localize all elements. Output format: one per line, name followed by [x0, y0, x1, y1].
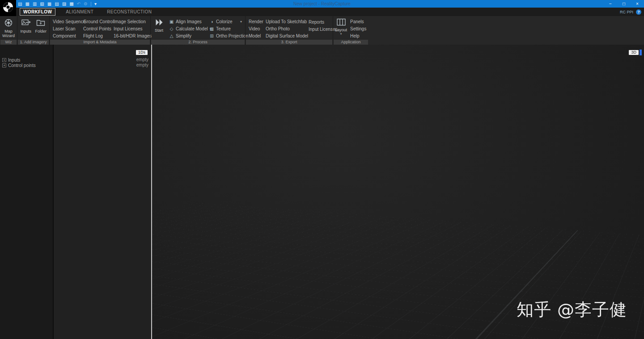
flight-log-button[interactable]: Flight Log [81, 32, 111, 39]
align-images-button[interactable]: ▣ Align Images [166, 18, 207, 25]
layout-icon [337, 18, 346, 27]
empty-row: empty [136, 63, 148, 68]
simplify-label: Simplify [176, 33, 191, 38]
component-button[interactable]: Component [51, 32, 81, 39]
viewport-3d[interactable]: 3D 知乎 @李子健 [152, 45, 644, 339]
ortho-projection-icon: ⊞ [209, 33, 215, 38]
component-label: Component [53, 33, 76, 38]
hdr-images-button[interactable]: 16-bit/HDR Images [111, 32, 150, 39]
folder-icon [36, 18, 46, 28]
upload-to-sketchfab-button[interactable]: Upload To Sketchfab [263, 18, 306, 25]
group-caption-application: Application [334, 40, 368, 45]
close-button[interactable]: × [631, 0, 644, 8]
window-title: New project - RealityCapture [134, 0, 510, 8]
reports-button[interactable]: Reports [306, 18, 332, 25]
layout-preset-1-icon[interactable]: ▤ [18, 0, 22, 8]
video-button[interactable]: Video [246, 25, 263, 33]
video-sequence-button[interactable]: Video Sequence [51, 18, 81, 25]
laser-scan-button[interactable]: Laser Scan [51, 25, 81, 33]
colorize-button[interactable]: ◑ Colorize ▾ [207, 18, 244, 25]
simplify-button[interactable]: △ Simplify [166, 32, 207, 39]
expand-icon[interactable]: + [2, 58, 6, 62]
gear-icon[interactable]: ⚙ [84, 0, 88, 8]
texture-button[interactable]: ▦ Texture [207, 25, 244, 33]
inputs-empty-rows: empty empty [136, 57, 148, 68]
group-import-metadata: Video Sequence Laser Scan Component Grou… [49, 16, 150, 45]
project-tree-panel: + Inputs + Control points [0, 45, 54, 339]
tree-item-inputs[interactable]: + Inputs [0, 57, 53, 63]
group-caption-process: 2. Process [151, 40, 245, 45]
minimize-button[interactable]: − [604, 0, 617, 8]
align-images-label: Align Images [176, 19, 202, 24]
inputs-list-panel[interactable]: 1Ds empty empty [54, 45, 151, 339]
colorize-icon: ◑ [209, 19, 215, 24]
ortho-projection-button[interactable]: ⊞ Ortho Projection [207, 32, 244, 39]
panels-button[interactable]: Panels [348, 18, 368, 25]
titlebar: ▤ ▦ ▥ ▧ ▦ ▤ ▨ ▩ ↶ ⚙ ▾ New project - Real… [0, 0, 644, 8]
rc-ppi-label: RC PPI [620, 10, 633, 14]
inputs-button[interactable]: Inputs [18, 17, 34, 39]
settings-label: Settings [350, 26, 366, 31]
tree-item-control-points-label: Control points [8, 63, 36, 68]
view-mode-badge-1ds[interactable]: 1Ds [136, 50, 148, 55]
ground-control-label: Ground Control [83, 19, 114, 24]
layout-preset-5-icon[interactable]: ▦ [47, 0, 51, 8]
group-add-imagery: Inputs Folder 1. Add imagery [17, 16, 49, 45]
model-button[interactable]: Model [246, 32, 263, 39]
layout-preset-2-icon[interactable]: ▦ [25, 0, 29, 8]
group-export: Render Video Model Upload To Sketchfab O… [245, 16, 333, 45]
tab-row-right: RC PPI ? [620, 8, 641, 16]
layout-button[interactable]: Layout ▾ [334, 17, 348, 39]
help-icon[interactable]: ? [636, 9, 641, 15]
app-logo[interactable] [0, 0, 16, 16]
image-selection-label: Image Selection [114, 19, 146, 24]
tab-alignment[interactable]: ALIGNMENT [63, 8, 97, 15]
expand-icon[interactable]: + [2, 63, 6, 67]
folder-button[interactable]: Folder [34, 17, 49, 39]
video-label: Video [249, 26, 260, 31]
group-application: Layout ▾ Panels Settings Help Applicatio… [333, 16, 369, 45]
qat-dropdown-icon[interactable]: ▾ [94, 0, 97, 8]
tab-reconstruction[interactable]: RECONSTRUCTION [104, 8, 155, 15]
layout-label: Layout [335, 28, 347, 32]
ortho-photo-label: Ortho Photo [266, 26, 290, 31]
ortho-photo-button[interactable]: Ortho Photo [263, 25, 306, 33]
qat-separator [91, 2, 91, 6]
tab-workflow[interactable]: WORKFLOW [20, 8, 55, 16]
start-icon [154, 18, 164, 27]
control-points-button[interactable]: Control Points [81, 25, 111, 33]
undo-icon[interactable]: ↶ [77, 0, 80, 8]
group-caption-import-metadata: Import & Metadata [50, 40, 150, 45]
window-controls: − □ × [604, 0, 644, 8]
digital-surface-model-button[interactable]: Digital Surface Model [263, 32, 306, 39]
layout-preset-8-icon[interactable]: ▩ [69, 0, 73, 8]
calculate-model-button[interactable]: ◇ Calculate Model ▾ [166, 25, 207, 33]
realitycapture-logo-icon [2, 1, 14, 15]
help-button[interactable]: Help [348, 32, 368, 39]
export-input-licenses-button[interactable]: Input Licenses [306, 25, 332, 33]
maximize-button[interactable]: □ [617, 0, 631, 8]
layout-preset-3-icon[interactable]: ▥ [33, 0, 37, 8]
image-selection-button[interactable]: Image Selection [111, 18, 150, 25]
tree-item-control-points[interactable]: + Control points [0, 63, 53, 68]
layout-preset-6-icon[interactable]: ▤ [55, 0, 59, 8]
render-button[interactable]: Render [246, 18, 263, 25]
layout-dropdown-icon[interactable]: ▾ [340, 32, 342, 35]
inputs-icon [21, 18, 31, 28]
ground-control-button[interactable]: Ground Control [81, 18, 111, 25]
reports-label: Reports [309, 20, 324, 25]
panels-label: Panels [350, 19, 364, 24]
start-button[interactable]: Start [152, 17, 166, 39]
main-area: + Inputs + Control points 1Ds empty empt… [0, 45, 644, 339]
settings-button[interactable]: Settings [348, 25, 368, 33]
map-wizard-button[interactable]: Map Wizard [1, 17, 16, 39]
tree-item-inputs-label: Inputs [8, 58, 20, 63]
align-images-icon: ▣ [169, 19, 174, 24]
layout-preset-7-icon[interactable]: ▨ [62, 0, 66, 8]
layout-preset-4-icon[interactable]: ▧ [40, 0, 44, 8]
colorize-dropdown-icon[interactable]: ▾ [238, 20, 242, 24]
input-licenses-button[interactable]: Input Licenses [111, 25, 150, 33]
help-label: Help [350, 33, 360, 38]
map-wizard-icon [4, 18, 13, 28]
view-mode-badge-3d[interactable]: 3D [629, 50, 639, 55]
